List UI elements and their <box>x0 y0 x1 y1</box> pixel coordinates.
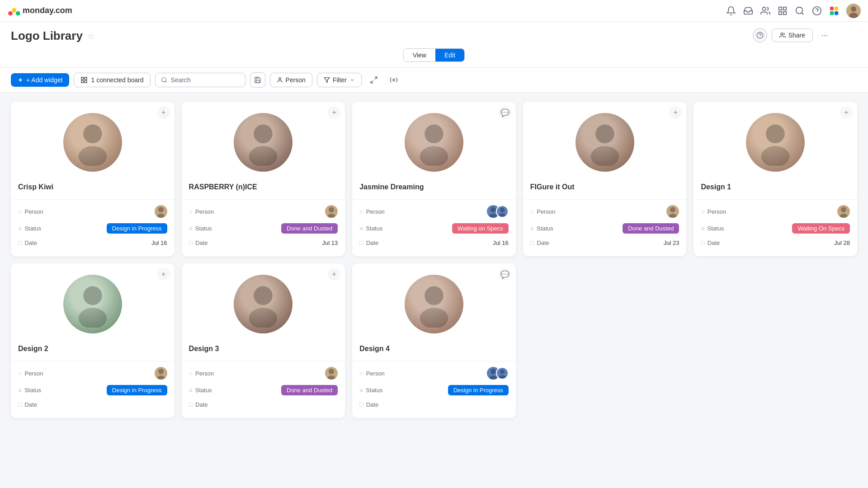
card-design-4[interactable]: 💬Design 4 ○ Person ≡ Status De <box>352 263 516 418</box>
avatar[interactable] <box>155 205 167 218</box>
status-badge[interactable]: Done and Dusted <box>623 223 679 234</box>
card-design-2[interactable]: +Design 2 ○ Person ≡ Status Design in Pr… <box>11 263 175 418</box>
card-design-1[interactable]: +Design 1 ○ Person ≡ Status Waiting On S… <box>693 102 857 256</box>
card-figure-it-out[interactable]: +FIGure it Out ○ Person ≡ Status Done an… <box>523 102 687 256</box>
share-button[interactable]: Share <box>772 28 813 42</box>
people-icon[interactable] <box>760 6 770 16</box>
card-design-3[interactable]: +Design 3 ○ Person ≡ Status Done and Dus… <box>182 263 345 418</box>
date-field-label: Date <box>24 239 37 246</box>
share-label: Share <box>788 32 805 39</box>
svg-point-53 <box>766 124 785 143</box>
svg-rect-7 <box>783 11 786 14</box>
app-switcher-icon[interactable] <box>829 6 839 16</box>
card-action-button[interactable]: 💬 <box>499 106 511 119</box>
avatar-secondary[interactable] <box>496 367 509 380</box>
svg-point-44 <box>420 146 448 166</box>
favorite-star-icon[interactable]: ☆ <box>87 31 94 41</box>
person-label-group: ○ Person <box>701 208 726 215</box>
svg-rect-13 <box>835 6 838 10</box>
date-field-icon: □ <box>189 401 193 408</box>
status-badge[interactable]: Waiting On Specs <box>792 223 850 234</box>
person-label-group: ○ Person <box>359 208 385 215</box>
card-action-button[interactable]: + <box>157 106 170 119</box>
card-status-row: ≡ Status Done and Dusted <box>523 221 687 236</box>
card-action-button[interactable]: 💬 <box>499 268 511 281</box>
more-options-button[interactable]: ··· <box>817 28 832 42</box>
card-jasmine-dreaming[interactable]: 💬Jasmine Dreaming ○ Person ≡ Status <box>352 102 516 256</box>
monday-logo[interactable]: monday.com <box>7 5 72 17</box>
card-crisp-kiwi[interactable]: +Crisp Kiwi ○ Person ≡ Status Design in … <box>11 102 175 256</box>
expand-button[interactable] <box>366 72 382 88</box>
svg-point-2 <box>16 11 20 15</box>
global-search-icon[interactable] <box>795 6 805 16</box>
card-date-row: □ Date Jul 13 <box>182 236 345 249</box>
search-input[interactable]: Search <box>155 73 245 87</box>
inbox-icon[interactable] <box>743 6 753 16</box>
grid-settings-button[interactable] <box>386 72 401 88</box>
connected-board-button[interactable]: 1 connected board <box>74 73 151 87</box>
status-field-label: Status <box>195 387 212 394</box>
person-photo <box>63 113 122 172</box>
avatar[interactable] <box>325 367 338 380</box>
card-date-row: □ Date Jul 16 <box>11 236 175 249</box>
person-photo <box>405 113 463 172</box>
card-title: Design 4 <box>352 345 516 358</box>
date-field-icon: □ <box>530 239 534 246</box>
view-button[interactable]: View <box>404 49 435 61</box>
card-raspberry-nice[interactable]: +RASPBERRY (n)ICE ○ Person ≡ Status Done… <box>182 102 345 256</box>
status-badge[interactable]: Design in Progress <box>107 223 167 234</box>
status-field-icon: ≡ <box>701 225 704 232</box>
date-label-group: □ Date <box>359 401 378 408</box>
card-photo <box>523 102 687 183</box>
apps-icon[interactable] <box>778 6 788 16</box>
avatar-secondary[interactable] <box>496 205 509 218</box>
header-actions: Share ··· <box>753 28 832 42</box>
card-person-row: ○ Person <box>11 202 175 221</box>
person-field-icon: ○ <box>701 208 704 215</box>
person-filter-button[interactable]: Person <box>270 73 312 87</box>
card-action-button[interactable]: + <box>328 106 340 119</box>
filter-label: Filter <box>333 76 347 84</box>
card-action-button[interactable]: + <box>328 268 340 281</box>
person-field-label: Person <box>24 370 43 377</box>
edit-button[interactable]: Edit <box>435 49 464 61</box>
person-filter-label: Person <box>286 76 306 84</box>
date-field-label: Date <box>708 239 720 246</box>
add-widget-button[interactable]: + Add widget <box>11 73 69 87</box>
card-person-row: ○ Person <box>352 364 516 382</box>
person-photo <box>63 275 122 333</box>
header-help-button[interactable] <box>753 28 767 42</box>
person-avatar-group <box>325 205 338 218</box>
avatar[interactable] <box>325 205 338 218</box>
filter-button[interactable]: Filter <box>317 73 362 87</box>
svg-point-65 <box>425 286 443 305</box>
person-field-label: Person <box>195 208 214 215</box>
save-view-button[interactable] <box>250 72 265 88</box>
status-badge[interactable]: Design in Progress <box>107 385 167 395</box>
date-field-icon: □ <box>359 401 363 408</box>
card-action-button[interactable]: + <box>840 106 853 119</box>
card-person-row: ○ Person <box>693 202 857 221</box>
status-field-icon: ≡ <box>359 225 363 232</box>
user-avatar[interactable] <box>846 4 861 18</box>
avatar[interactable] <box>155 367 167 380</box>
svg-point-49 <box>595 124 614 143</box>
status-badge[interactable]: Done and Dusted <box>281 385 338 395</box>
svg-point-1 <box>12 8 17 12</box>
person-icon <box>277 77 283 83</box>
avatar[interactable] <box>666 205 679 218</box>
avatar[interactable] <box>837 205 850 218</box>
notifications-icon[interactable] <box>726 6 736 16</box>
help-icon[interactable] <box>812 6 822 16</box>
person-field-icon: ○ <box>18 370 22 377</box>
status-field-label: Status <box>537 225 553 232</box>
svg-rect-24 <box>81 77 84 80</box>
status-badge[interactable]: Design in Progress <box>448 385 509 395</box>
status-badge[interactable]: Done and Dusted <box>281 223 338 234</box>
card-action-button[interactable]: + <box>157 268 170 281</box>
status-badge[interactable]: Waiting on Specs <box>452 223 509 234</box>
date-field-label: Date <box>366 401 378 408</box>
card-person-row: ○ Person <box>11 364 175 382</box>
card-date-row: □ Date Jul 28 <box>693 236 857 249</box>
filter-icon <box>324 77 330 83</box>
